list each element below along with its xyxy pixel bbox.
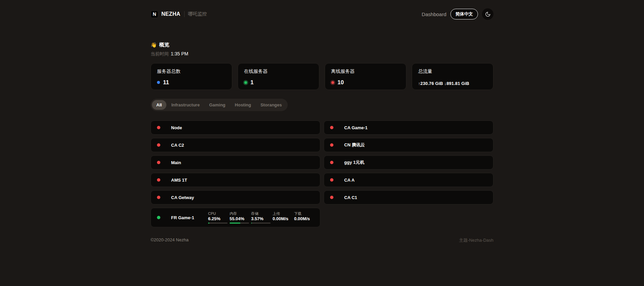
server-name: CA Getway — [171, 195, 194, 200]
server-status-dot — [330, 196, 333, 199]
filter-tabs-wrap: AllInfrastructureGamingHostingStoranges — [151, 99, 493, 111]
server-name: Node — [171, 125, 182, 130]
filter-tab-hosting[interactable]: Hosting — [231, 100, 255, 110]
current-time-label: 当前时间 — [151, 51, 169, 57]
main-content: 👋 概览 当前时间 1:35 PM 服务器总数 11 在线服务器 1 离线服务器… — [151, 42, 493, 257]
metric-label: 上传 — [273, 211, 292, 216]
filter-tabs: AllInfrastructureGamingHostingStoranges — [151, 99, 288, 111]
server-status-dot — [157, 143, 160, 147]
summary-card-label: 总流量 — [418, 68, 487, 75]
server-status-dot — [330, 143, 333, 147]
brand-divider — [184, 11, 185, 17]
server-name: Main — [171, 160, 181, 165]
current-time-value: 1:35 PM — [171, 51, 188, 56]
status-dot — [331, 81, 334, 84]
server-metric: 存储 3.57% — [251, 211, 271, 224]
summary-card-value: 10 — [337, 79, 344, 86]
server-status-dot — [157, 216, 160, 219]
server-row[interactable]: CA C2 — [151, 138, 320, 152]
server-row[interactable]: Node — [151, 121, 320, 135]
language-button[interactable]: 简体中文 — [450, 9, 478, 19]
summary-card-label: 在线服务器 — [244, 68, 313, 75]
filter-tab-infrastructure[interactable]: Infrastructure — [167, 100, 204, 110]
server-status-dot — [330, 126, 333, 129]
summary-card: 在线服务器 1 — [238, 63, 319, 90]
metric-value: 6.25% — [208, 216, 228, 221]
summary-card: 服务器总数 11 — [151, 63, 232, 90]
current-time: 当前时间 1:35 PM — [151, 51, 493, 57]
page-title-text: 概览 — [159, 42, 169, 48]
status-dot — [244, 81, 247, 84]
footer-theme: 主题-Nezha-Dash — [459, 237, 493, 243]
metric-progress-bar — [208, 223, 228, 224]
brand-subtitle: 哪吒监控 — [188, 11, 207, 17]
server-name: CA A — [344, 178, 355, 183]
server-name: CA C1 — [344, 195, 357, 200]
server-name: CA C2 — [171, 143, 184, 148]
wave-emoji: 👋 — [151, 42, 157, 48]
metric-value: 0.00M/s — [273, 216, 292, 221]
metric-label: 内存 — [230, 211, 249, 216]
summary-card-value-row: 1 — [244, 79, 313, 86]
server-status-dot — [330, 161, 333, 164]
filter-tab-gaming[interactable]: Gaming — [205, 100, 230, 110]
brand-name: NEZHA — [161, 11, 180, 17]
server-name: CN 腾讯云 — [344, 142, 365, 148]
server-row[interactable]: CN 腾讯云 — [324, 138, 493, 152]
server-name: CA Game-1 — [344, 125, 368, 130]
metric-value: 0.00M/s — [294, 216, 314, 221]
summary-card: 总流量 ↑230.76 GiB ↓891.81 GiB — [412, 63, 493, 90]
server-row[interactable]: ggy 1元机 — [324, 155, 493, 170]
metric-value: 55.04% — [230, 216, 249, 221]
server-grid: Node CA Game-1 CA C2 CN 腾讯云 Main ggy 1元机… — [151, 121, 493, 227]
server-status-dot — [157, 178, 160, 182]
filter-tab-all[interactable]: All — [152, 100, 166, 110]
server-status-dot — [157, 196, 160, 199]
metric-progress-fill — [208, 223, 209, 224]
status-dot — [157, 81, 160, 84]
page-title: 👋 概览 — [151, 42, 493, 48]
server-status-dot — [157, 161, 160, 164]
theme-toggle-button[interactable] — [482, 8, 493, 20]
summary-card-value-row: 11 — [157, 79, 226, 86]
metric-progress-bar — [230, 223, 249, 224]
metric-progress-bar — [251, 223, 271, 224]
server-metric: CPU 6.25% — [208, 211, 228, 224]
server-row[interactable]: CA C1 — [324, 190, 493, 204]
server-name: ggy 1元机 — [344, 159, 364, 165]
server-row[interactable]: AMS 1T — [151, 173, 320, 187]
metric-label: 存储 — [251, 211, 271, 216]
server-metrics: CPU 6.25% 内存 55.04% 存储 3.57% 上传 0.00M/s … — [208, 211, 314, 224]
server-status-dot — [157, 126, 160, 129]
server-row[interactable]: Main — [151, 155, 320, 170]
page-footer: ©2020-2024 Nezha 主题-Nezha-Dash — [151, 237, 493, 257]
overview-section: 👋 概览 当前时间 1:35 PM — [151, 42, 493, 57]
summary-card: 离线服务器 10 — [325, 63, 406, 90]
server-row[interactable]: CA A — [324, 173, 493, 187]
metric-progress-fill — [251, 223, 252, 224]
summary-card-label: 服务器总数 — [157, 68, 226, 75]
header-actions: Dashboard 简体中文 — [422, 8, 493, 20]
server-metric: 下载 0.00M/s — [294, 211, 314, 224]
moon-icon — [485, 11, 491, 17]
metric-label: 下载 — [294, 211, 314, 216]
metric-label: CPU — [208, 211, 228, 216]
nezha-logo[interactable]: N — [151, 10, 158, 18]
metric-progress-fill — [230, 223, 240, 224]
server-metric: 内存 55.04% — [230, 211, 249, 224]
server-row[interactable]: CA Game-1 — [324, 121, 493, 135]
server-name: FR Game-1 — [171, 215, 208, 220]
dashboard-link[interactable]: Dashboard — [422, 11, 446, 17]
brand[interactable]: N NEZHA 哪吒监控 — [151, 10, 207, 18]
summary-card-value: 1 — [250, 79, 253, 86]
summary-card-label: 离线服务器 — [331, 68, 400, 75]
server-metric: 上传 0.00M/s — [273, 211, 292, 224]
metric-value: 3.57% — [251, 216, 271, 221]
header: N NEZHA 哪吒监控 Dashboard 简体中文 — [0, 0, 644, 21]
server-row[interactable]: CA Getway — [151, 190, 320, 204]
filter-tab-storanges[interactable]: Storanges — [256, 100, 286, 110]
server-row[interactable]: FR Game-1 CPU 6.25% 内存 55.04% 存储 3.57% 上… — [151, 208, 320, 227]
footer-copyright: ©2020-2024 Nezha — [151, 237, 189, 243]
summary-card-value: ↑230.76 GiB ↓891.81 GiB — [418, 81, 469, 86]
summary-card-value: 11 — [163, 79, 169, 86]
